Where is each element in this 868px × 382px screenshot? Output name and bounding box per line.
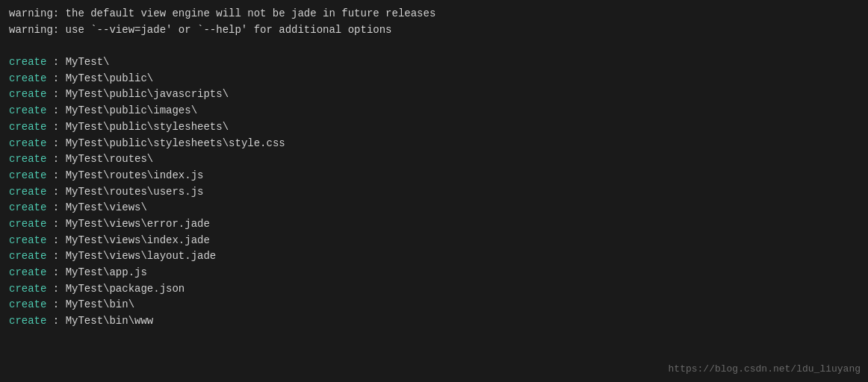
path-text-1: MyTest\public\: [66, 72, 154, 84]
separator-10: :: [46, 218, 65, 230]
separator-11: :: [46, 234, 65, 246]
path-text-14: MyTest\package.json: [66, 283, 185, 295]
create-keyword-6: create: [9, 153, 46, 165]
create-keyword-1: create: [9, 72, 46, 84]
create-keyword-2: create: [9, 88, 46, 100]
create-line-0: create : MyTest\: [9, 54, 859, 71]
create-keyword-10: create: [9, 218, 46, 230]
create-line-3: create : MyTest\public\images\: [9, 103, 859, 119]
path-text-11: MyTest\views\index.jade: [66, 234, 210, 246]
separator-0: :: [46, 56, 65, 68]
path-text-4: MyTest\public\stylesheets\: [66, 121, 229, 133]
create-keyword-16: create: [9, 315, 46, 327]
separator-15: :: [46, 298, 65, 310]
create-keyword-9: create: [9, 201, 46, 213]
create-lines: create : MyTest\create : MyTest\public\c…: [9, 54, 859, 330]
path-text-9: MyTest\views\: [66, 201, 147, 213]
separator-9: :: [46, 201, 65, 213]
create-keyword-3: create: [9, 104, 46, 116]
path-text-10: MyTest\views\error.jade: [66, 218, 210, 230]
separator-2: :: [46, 88, 65, 100]
create-keyword-5: create: [9, 137, 46, 149]
warning-line-2: warning: use `--view=jade' or `--help' f…: [9, 22, 859, 39]
create-keyword-13: create: [9, 266, 46, 278]
separator-12: :: [46, 250, 65, 262]
create-keyword-0: create: [9, 56, 46, 68]
separator-5: :: [46, 137, 65, 149]
path-text-6: MyTest\routes\: [66, 153, 154, 165]
create-keyword-14: create: [9, 283, 46, 295]
separator-7: :: [46, 169, 65, 181]
terminal-window: warning: the default view engine will no…: [0, 0, 868, 382]
create-line-5: create : MyTest\public\stylesheets\style…: [9, 136, 859, 152]
path-text-7: MyTest\routes\index.js: [66, 169, 204, 181]
create-line-9: create : MyTest\views\: [9, 200, 859, 216]
create-keyword-7: create: [9, 169, 46, 181]
separator-3: :: [46, 104, 65, 116]
separator-8: :: [46, 186, 65, 198]
separator-13: :: [46, 266, 65, 278]
path-text-5: MyTest\public\stylesheets\style.css: [66, 137, 285, 149]
create-line-13: create : MyTest\app.js: [9, 265, 859, 281]
warning-line-1: warning: the default view engine will no…: [9, 6, 859, 22]
create-line-14: create : MyTest\package.json: [9, 281, 859, 298]
create-line-4: create : MyTest\public\stylesheets\: [9, 119, 859, 136]
create-line-16: create : MyTest\bin\www: [9, 313, 859, 330]
path-text-2: MyTest\public\javascripts\: [66, 88, 229, 100]
watermark: https://blog.csdn.net/ldu_liuyang: [669, 363, 861, 375]
path-text-12: MyTest\views\layout.jade: [66, 250, 217, 262]
path-text-15: MyTest\bin\: [66, 298, 134, 310]
create-keyword-8: create: [9, 186, 46, 198]
separator-16: :: [46, 315, 65, 327]
path-text-3: MyTest\public\images\: [66, 104, 197, 116]
create-keyword-12: create: [9, 250, 46, 262]
blank-spacer: [9, 38, 859, 54]
create-keyword-11: create: [9, 234, 46, 246]
create-line-2: create : MyTest\public\javascripts\: [9, 87, 859, 103]
create-line-7: create : MyTest\routes\index.js: [9, 168, 859, 184]
path-text-16: MyTest\bin\www: [66, 315, 154, 327]
create-keyword-15: create: [9, 298, 46, 310]
create-line-1: create : MyTest\public\: [9, 71, 859, 87]
create-keyword-4: create: [9, 121, 46, 133]
create-line-6: create : MyTest\routes\: [9, 151, 859, 168]
separator-14: :: [46, 283, 65, 295]
path-text-13: MyTest\app.js: [66, 266, 147, 278]
separator-4: :: [46, 121, 65, 133]
path-text-0: MyTest\: [66, 56, 110, 68]
separator-6: :: [46, 153, 65, 165]
create-line-11: create : MyTest\views\index.jade: [9, 233, 859, 249]
create-line-15: create : MyTest\bin\: [9, 297, 859, 313]
separator-1: :: [46, 72, 65, 84]
create-line-10: create : MyTest\views\error.jade: [9, 216, 859, 233]
create-line-12: create : MyTest\views\layout.jade: [9, 248, 859, 265]
path-text-8: MyTest\routes\users.js: [66, 186, 204, 198]
create-line-8: create : MyTest\routes\users.js: [9, 184, 859, 201]
